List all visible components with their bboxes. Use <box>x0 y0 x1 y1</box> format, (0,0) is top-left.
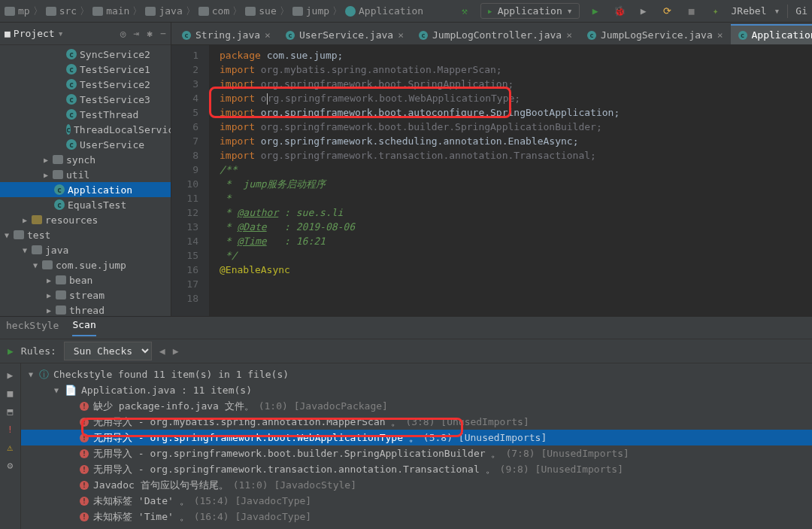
gutter-button[interactable]: ⚠ <box>4 440 17 454</box>
editor-tab[interactable]: cString.java× <box>174 24 278 44</box>
code-line[interactable]: import org.springframework.boot.builder.… <box>209 120 812 134</box>
check-item[interactable]: !无用导入 - org.springframework.boot.builder… <box>21 445 812 461</box>
locate-icon[interactable]: ◎ <box>120 28 126 39</box>
code-line[interactable]: * jump服务启动程序 <box>209 177 812 191</box>
project-panel-title[interactable]: ■Project▾ <box>5 28 63 39</box>
play-icon[interactable]: ▶ <box>8 345 14 357</box>
tab-checkstyle[interactable]: heckStyle <box>6 320 59 336</box>
tree-item[interactable]: ▼test <box>0 227 171 242</box>
tree-item[interactable]: cTestService3 <box>0 92 171 107</box>
tree-arrow-icon[interactable]: ▶ <box>45 291 53 299</box>
close-icon[interactable]: × <box>398 29 404 41</box>
breadcrumb-item[interactable]: java <box>145 5 182 17</box>
tree-item[interactable]: ▼java <box>0 242 171 257</box>
run-config-selector[interactable]: ▸ Application ▾ <box>480 3 580 19</box>
prev-icon[interactable]: ◀ <box>159 345 165 357</box>
tree-item[interactable]: cTestThread <box>0 107 171 122</box>
breadcrumb-item[interactable]: jump <box>292 5 329 17</box>
code-line[interactable]: * <box>209 191 812 205</box>
editor-tab[interactable]: cJumpLogController.java× <box>411 24 580 44</box>
breadcrumb-item[interactable]: Application <box>345 5 423 17</box>
gutter-button[interactable]: ⚙ <box>4 458 17 472</box>
code-line[interactable]: * @Time : 16:21 <box>209 234 812 248</box>
breadcrumb-item[interactable]: mp <box>5 5 30 17</box>
run-icon[interactable]: ▶ <box>587 3 604 20</box>
code-line[interactable]: * @author : sue.s.li <box>209 205 812 220</box>
project-tree[interactable]: cSyncService2cTestService1cTestService2c… <box>0 45 171 316</box>
close-icon[interactable]: × <box>566 29 572 41</box>
check-item[interactable]: !无用导入 - org.springframework.boot.WebAppl… <box>21 430 812 445</box>
debug-icon[interactable]: 🐞 <box>611 3 628 20</box>
check-item[interactable]: !未知标签 'Time' 。 (16:4) [JavadocType] <box>21 509 812 524</box>
tree-item[interactable]: cUserService <box>0 137 171 152</box>
tree-item[interactable]: ▶thread <box>0 303 171 316</box>
code-line[interactable]: package com.sue.jump; <box>209 48 812 62</box>
jrebel-label[interactable]: JRebel <box>732 5 767 17</box>
tree-arrow-icon[interactable]: ▼ <box>32 261 39 269</box>
check-item[interactable]: !无用导入 - org.mybatis.spring.annotation.Ma… <box>21 414 812 430</box>
profile-icon[interactable]: ⟳ <box>659 3 676 20</box>
tree-arrow-icon[interactable]: ▼ <box>21 246 29 254</box>
code-line[interactable]: import org.springframework.transaction.a… <box>209 148 812 163</box>
close-icon[interactable]: × <box>265 29 271 41</box>
breadcrumb-item[interactable]: sue <box>245 5 276 17</box>
tree-item[interactable]: cEqualsTest <box>0 197 171 212</box>
code-editor[interactable]: 123456789101112131415161718 package com.… <box>171 45 812 316</box>
check-location: (7:8) [UnusedImports] <box>505 448 629 459</box>
gutter-button[interactable]: ! <box>4 422 17 436</box>
check-item[interactable]: !缺少 package-info.java 文件。 (1:0) [Javadoc… <box>21 398 812 414</box>
rocket-icon[interactable]: ✦ <box>707 3 724 20</box>
editor-tab[interactable]: cUserService.java× <box>278 24 411 44</box>
gutter-button[interactable]: ⬒ <box>4 404 17 418</box>
close-icon[interactable]: × <box>717 29 723 41</box>
tree-item-label: test <box>27 230 50 241</box>
code-line[interactable]: /** <box>209 163 812 177</box>
breadcrumb: mp〉src〉main〉java〉com〉sue〉jump〉Applicatio… <box>5 5 423 18</box>
check-root[interactable]: ▼ⓘCheckstyle found 11 item(s) in 1 file(… <box>21 366 812 382</box>
editor-tab[interactable]: cApplication.java× <box>731 24 812 44</box>
hide-icon[interactable]: − <box>160 28 166 39</box>
tree-item[interactable]: ▼com.sue.jump <box>0 257 171 272</box>
tree-arrow-icon[interactable]: ▶ <box>21 216 29 224</box>
code-line[interactable]: import org.springframework.scheduling.an… <box>209 134 812 148</box>
check-item[interactable]: !未知标签 'Date' 。 (15:4) [JavadocType] <box>21 493 812 509</box>
settings-icon[interactable]: ✱ <box>147 28 153 39</box>
tree-arrow-icon[interactable]: ▶ <box>42 156 50 164</box>
code-content[interactable]: package com.sue.jump;import org.mybatis.… <box>209 45 812 316</box>
code-line[interactable]: * @Date : 2019-08-06 <box>209 220 812 234</box>
tree-arrow-icon[interactable]: ▶ <box>42 171 50 179</box>
tree-item[interactable]: cTestService2 <box>0 77 171 92</box>
next-icon[interactable]: ▶ <box>173 345 179 357</box>
tree-item[interactable]: cThreadLocalService <box>0 122 171 137</box>
check-file[interactable]: ▼📄Application.java : 11 item(s) <box>21 382 812 398</box>
breadcrumb-item[interactable]: com <box>198 5 229 17</box>
check-item[interactable]: !无用导入 - org.springframework.transaction.… <box>21 461 812 477</box>
code-line[interactable]: import org.mybatis.spring.annotation.Map… <box>209 62 812 77</box>
tree-item[interactable]: ▶synch <box>0 152 171 167</box>
hammer-icon[interactable]: ⚒ <box>456 3 473 20</box>
code-line[interactable]: */ <box>209 248 812 263</box>
code-line[interactable]: @EnableAsync <box>209 263 812 277</box>
collapse-icon[interactable]: ⇥ <box>134 28 140 39</box>
breadcrumb-item[interactable]: src <box>46 5 77 17</box>
tree-item[interactable]: cTestService1 <box>0 62 171 77</box>
tree-item[interactable]: cSyncService2 <box>0 47 171 62</box>
tree-item[interactable]: ▶bean <box>0 272 171 287</box>
rules-select[interactable]: Sun Checks <box>64 342 152 360</box>
tree-item[interactable]: ▶resources <box>0 212 171 227</box>
tree-item[interactable]: cApplication <box>0 182 171 197</box>
editor-tab[interactable]: cJumpLogService.java× <box>580 24 731 44</box>
tree-arrow-icon[interactable]: ▶ <box>45 276 53 284</box>
coverage-icon[interactable]: ▶ <box>635 3 652 20</box>
gutter-button[interactable]: ■ <box>4 386 17 400</box>
tab-scan[interactable]: Scan <box>72 319 95 336</box>
check-item[interactable]: !Javadoc 首句应以句号结尾。 (11:0) [JavadocStyle] <box>21 477 812 493</box>
tree-item[interactable]: ▶stream <box>0 287 171 303</box>
tree-item[interactable]: ▶util <box>0 167 171 182</box>
stop-icon[interactable]: ■ <box>683 3 700 20</box>
breadcrumb-item[interactable]: main <box>92 5 129 17</box>
tree-arrow-icon[interactable]: ▶ <box>45 306 53 315</box>
checkstyle-results[interactable]: ▼ⓘCheckstyle found 11 item(s) in 1 file(… <box>21 363 812 529</box>
tree-arrow-icon[interactable]: ▼ <box>3 231 11 239</box>
gutter-button[interactable]: ▶ <box>4 368 17 382</box>
